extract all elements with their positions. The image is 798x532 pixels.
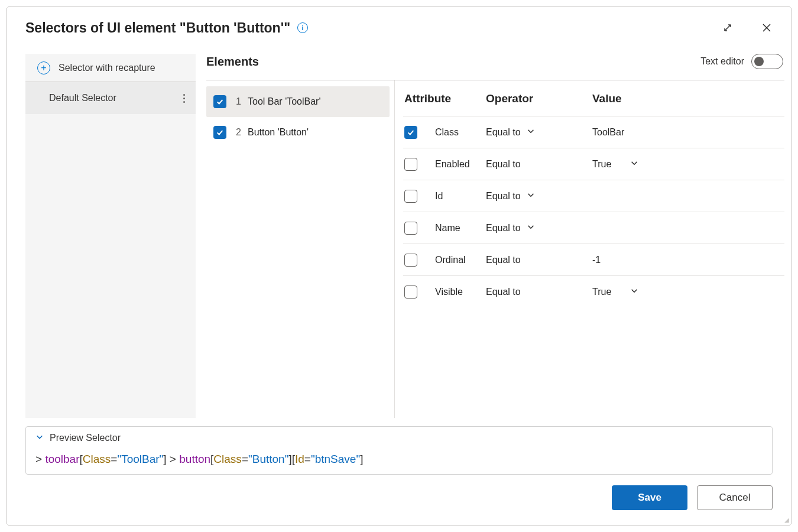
code-token: ] <box>360 453 363 465</box>
plus-icon: + <box>37 61 50 74</box>
value-text[interactable]: -1 <box>592 255 601 265</box>
add-selector-label: Selector with recapture <box>59 63 155 73</box>
attribute-row: EnabledEqual toTrue <box>403 148 784 180</box>
chevron-down-icon <box>35 433 44 443</box>
chevron-down-icon <box>630 159 638 170</box>
attribute-row: IdEqual to <box>403 180 784 212</box>
element-row[interactable]: 1Tool Bar 'ToolBar' <box>206 86 390 117</box>
attribute-checkbox[interactable] <box>404 286 417 299</box>
attribute-checkbox[interactable] <box>404 190 417 203</box>
element-checkbox[interactable] <box>213 126 226 139</box>
chevron-down-icon <box>527 223 535 233</box>
elements-list: 1Tool Bar 'ToolBar'2Button 'Button' <box>206 80 390 418</box>
save-button[interactable]: Save <box>612 485 687 510</box>
operator-value: Equal to <box>486 255 521 265</box>
chevron-down-icon <box>527 191 535 202</box>
close-icon[interactable] <box>758 20 775 36</box>
code-token: ] > <box>163 453 179 465</box>
element-label: Tool Bar 'ToolBar' <box>248 96 321 107</box>
operator-select[interactable]: Equal to <box>486 191 592 202</box>
code-token: "ToolBar" <box>117 453 163 465</box>
preview-selector-panel: Preview Selector > toolbar[Class="ToolBa… <box>25 426 773 475</box>
selector-list-item[interactable]: Default Selector <box>25 82 196 114</box>
attributes-panel: Attribute Operator Value ClassEqual toTo… <box>394 80 784 418</box>
preview-toggle[interactable]: Preview Selector <box>35 433 763 443</box>
attribute-checkbox[interactable] <box>404 222 417 235</box>
info-icon[interactable]: i <box>297 22 308 33</box>
code-token: "Button" <box>248 453 288 465</box>
code-token: button <box>179 453 210 465</box>
operator-value: Equal to <box>486 191 521 202</box>
operator-value: Equal to <box>486 223 521 233</box>
selector-builder-dialog: Selectors of UI element "Button 'Button'… <box>6 6 792 526</box>
operator-header: Operator <box>486 92 592 105</box>
value-select[interactable]: True <box>592 159 784 170</box>
element-index: 1 <box>236 96 248 107</box>
dialog-title: Selectors of UI element "Button 'Button'… <box>25 20 290 36</box>
chevron-down-icon <box>630 287 638 297</box>
operator-value: Equal to <box>486 159 521 170</box>
operator-select[interactable]: Equal to <box>486 159 592 170</box>
value-text[interactable]: ToolBar <box>592 127 624 137</box>
attribute-name: Enabled <box>435 159 470 170</box>
selector-item-label: Default Selector <box>49 93 116 103</box>
cancel-button[interactable]: Cancel <box>697 485 773 510</box>
code-token: Class <box>83 453 111 465</box>
code-token: = <box>304 453 311 465</box>
attribute-row: VisibleEqual toTrue <box>403 275 784 307</box>
attribute-header: Attribute <box>403 92 486 105</box>
value-text: True <box>592 287 611 297</box>
attribute-row: NameEqual to <box>403 212 784 244</box>
titlebar: Selectors of UI element "Button 'Button'… <box>7 7 791 42</box>
attribute-checkbox[interactable] <box>404 126 417 139</box>
code-token: Id <box>295 453 304 465</box>
code-token: = <box>242 453 248 465</box>
attribute-name: Id <box>435 191 443 202</box>
attribute-checkbox[interactable] <box>404 254 417 267</box>
text-editor-toggle[interactable] <box>751 54 783 69</box>
selector-sidebar: + Selector with recapture Default Select… <box>7 42 196 418</box>
element-row[interactable]: 2Button 'Button' <box>206 117 390 148</box>
code-token: toolbar <box>45 453 79 465</box>
chevron-down-icon <box>527 127 535 138</box>
value-select[interactable]: True <box>592 287 784 297</box>
element-checkbox[interactable] <box>213 95 226 108</box>
text-editor-label: Text editor <box>700 56 744 67</box>
operator-select[interactable]: Equal to <box>486 287 592 297</box>
code-token: Class <box>213 453 242 465</box>
value-header: Value <box>592 92 784 105</box>
attribute-name: Name <box>435 223 460 233</box>
operator-value: Equal to <box>486 127 521 138</box>
value-text: True <box>592 159 611 170</box>
attribute-checkbox[interactable] <box>404 158 417 171</box>
operator-value: Equal to <box>486 287 521 297</box>
element-label: Button 'Button' <box>248 127 309 138</box>
code-token: ][ <box>288 453 295 465</box>
code-token: = <box>111 453 117 465</box>
code-token: "btnSave" <box>311 453 360 465</box>
attribute-name: Ordinal <box>435 255 466 265</box>
attribute-name: Visible <box>435 287 463 297</box>
more-icon[interactable] <box>177 94 191 103</box>
elements-heading: Elements <box>206 55 259 69</box>
attribute-name: Class <box>435 127 459 138</box>
operator-select[interactable]: Equal to <box>486 223 592 233</box>
preview-selector-code: > toolbar[Class="ToolBar"] > button[Clas… <box>35 453 763 466</box>
preview-label: Preview Selector <box>50 433 121 443</box>
element-index: 2 <box>236 127 248 138</box>
attribute-row: OrdinalEqual to-1 <box>403 244 784 275</box>
expand-icon[interactable] <box>719 20 736 36</box>
attribute-row: ClassEqual toToolBar <box>403 116 784 148</box>
add-selector-button[interactable]: + Selector with recapture <box>25 54 196 82</box>
sidebar-empty-area <box>25 114 196 418</box>
operator-select[interactable]: Equal to <box>486 127 592 138</box>
operator-select[interactable]: Equal to <box>486 255 592 265</box>
code-token: > <box>35 453 45 465</box>
